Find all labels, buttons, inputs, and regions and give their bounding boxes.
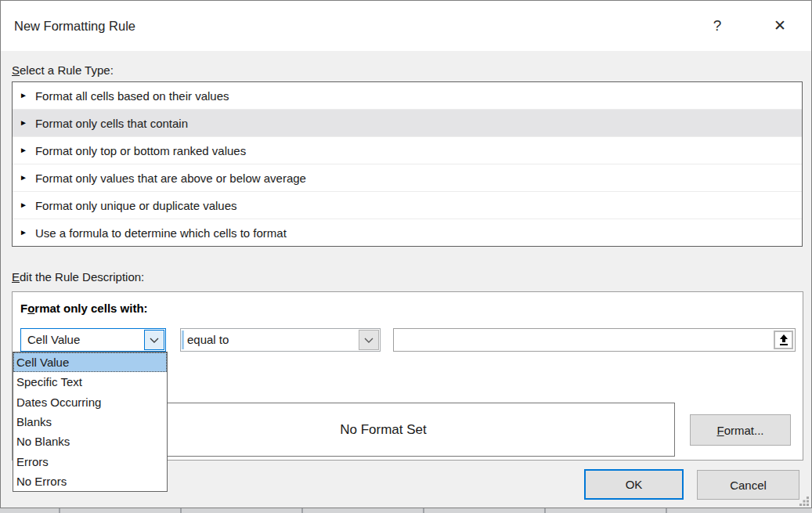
help-button[interactable]: ? [699,1,735,51]
pointer-icon: ► [20,92,27,99]
rule-type-item[interactable]: ► Format only top or bottom ranked value… [13,137,802,164]
pointer-icon: ► [20,201,27,209]
dropdown-option[interactable]: Errors [13,451,167,471]
rule-type-item-label: Format only cells that contain [35,117,188,130]
format-button[interactable]: Format... [690,414,791,446]
rule-type-item[interactable]: ► Format all cells based on their values [13,82,802,110]
dropdown-option-selected[interactable]: Cell Value [13,352,167,372]
select-rule-type-label: Select a Rule Type: [12,63,114,77]
format-only-cells-with-label: Format only cells with: [20,302,148,315]
dropdown-option[interactable]: No Errors [13,471,167,491]
chevron-down-icon[interactable] [144,330,164,350]
rule-type-item[interactable]: ► Use a formula to determine which cells… [13,219,802,246]
new-formatting-rule-dialog: New Formatting Rule ? ✕ Select a Rule Ty… [0,0,812,508]
close-button[interactable]: ✕ [762,1,798,51]
pointer-icon: ► [20,119,27,127]
close-icon: ✕ [774,17,786,34]
chevron-down-icon[interactable] [359,330,379,350]
collapse-dialog-button[interactable] [774,331,793,349]
rule-type-item-label: Format only top or bottom ranked values [35,144,246,157]
operator-combobox[interactable]: equal to [180,328,381,352]
rule-type-item[interactable]: ► Format only values that are above or b… [13,164,802,192]
rule-type-item-label: Format only unique or duplicate values [35,199,237,212]
value-input[interactable] [395,331,771,349]
rule-type-item-label: Use a formula to determine which cells t… [35,226,287,240]
rule-type-item-label: Format only values that are above or bel… [35,172,306,185]
pointer-icon: ► [20,146,27,154]
dropdown-option[interactable]: No Blanks [13,432,167,451]
operator-combobox-value: equal to [187,329,229,351]
edit-rule-description-label: Edit the Rule Description: [12,270,144,284]
rule-type-item-selected[interactable]: ► Format only cells that contain [13,110,802,137]
rule-type-list: ► Format all cells based on their values… [12,81,803,247]
collapse-range-icon [778,334,789,346]
help-icon: ? [713,17,722,34]
cancel-button[interactable]: Cancel [697,470,799,500]
screen: New Formatting Rule ? ✕ Select a Rule Ty… [0,0,812,513]
pointer-icon: ► [20,229,27,237]
value-field [393,328,796,352]
dropdown-option[interactable]: Dates Occurring [13,392,167,412]
cell-value-combobox[interactable]: Cell Value [20,328,166,352]
format-preview-text: No Format Set [340,422,427,438]
dropdown-option[interactable]: Specific Text [13,372,167,392]
format-preview-box: No Format Set [92,403,675,457]
ok-button[interactable]: OK [584,469,684,500]
dropdown-option[interactable]: Blanks [13,412,167,432]
rule-type-item[interactable]: ► Format only unique or duplicate values [13,192,802,219]
titlebar: New Formatting Rule ? ✕ [1,1,811,51]
cell-value-dropdown-list: Cell Value Specific Text Dates Occurring… [13,352,168,492]
rule-type-item-label: Format all cells based on their values [35,89,229,103]
cell-value-combobox-value: Cell Value [27,329,80,351]
pointer-icon: ► [20,174,27,182]
worksheet-gridlines-strip [0,508,812,513]
dialog-title: New Formatting Rule [14,1,135,51]
text-caret [182,331,184,349]
resize-grip[interactable] [799,497,809,506]
